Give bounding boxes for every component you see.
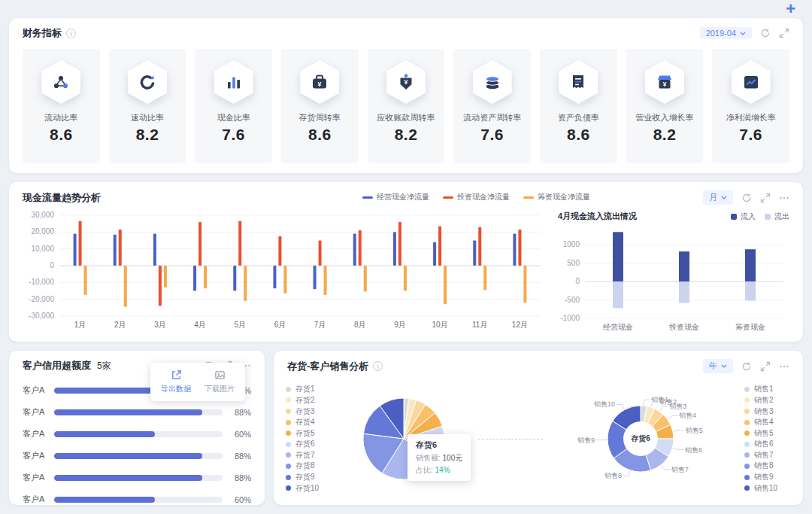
purse-yen-icon: ¥ (310, 73, 329, 91)
svg-text:销售9: 销售9 (577, 436, 595, 444)
legend-label: 存货5 (295, 428, 315, 439)
metric-card-9: 净利润增长率7.6 (712, 49, 789, 163)
inventory-sales-panel: 存货-客户销售分析 i 年 存货1存货2存货3存货4存货5存货6存货7存货8存货… (274, 351, 803, 505)
metric-label: 应收账款周转率 (377, 112, 435, 123)
legend-dot (286, 452, 291, 458)
legend-item-8[interactable]: 销售8 (744, 461, 791, 472)
svg-text:20,000: 20,000 (31, 227, 54, 236)
legend-item-5[interactable]: 销售5 (744, 427, 791, 439)
legend-item-5[interactable]: 存货5 (286, 427, 332, 439)
legend-item-1[interactable]: 存货1 (286, 384, 332, 395)
svg-text:-30,000: -30,000 (29, 312, 54, 320)
export-data-button[interactable]: 导出数据 (161, 370, 191, 394)
legend-item-2[interactable]: 存货2 (286, 395, 332, 406)
svg-text:9月: 9月 (394, 321, 406, 329)
legend-label: 销售3 (754, 406, 774, 417)
legend-item-6[interactable]: 销售6 (744, 439, 791, 450)
credit-row-6: 客户A60% (23, 494, 251, 505)
legend-item-9[interactable]: 存货9 (286, 472, 332, 483)
legend-dot (744, 475, 750, 480)
svg-text:12月: 12月 (512, 321, 528, 329)
metric-card-4: ¥存货周转率8.6 (281, 49, 359, 163)
legend-item-8[interactable]: 存货8 (286, 461, 332, 472)
legend-item-10[interactable]: 存货10 (286, 482, 332, 494)
svg-text:销售5: 销售5 (686, 427, 703, 434)
legend-item-1[interactable]: 经营现金净流量 (362, 192, 429, 202)
legend-item-7[interactable]: 存货7 (286, 450, 332, 461)
legend-item-1[interactable]: 流入 (731, 211, 756, 222)
legend-item-4[interactable]: 销售4 (744, 417, 791, 428)
credit-bar-fill (54, 497, 155, 503)
legend-label: 存货1 (295, 384, 315, 394)
tooltip-title: 存货6 (416, 439, 462, 451)
svg-text:-500: -500 (565, 296, 580, 304)
svg-text:10月: 10月 (432, 321, 448, 329)
expand-icon[interactable] (760, 193, 771, 203)
financial-panel-header: 财务指标 i 2019-04 (9, 18, 803, 44)
inventory-legend: 存货1存货2存货3存货4存货5存货6存货7存货8存货9存货10 (286, 384, 332, 494)
info-icon[interactable]: i (373, 361, 383, 371)
credit-bar-fill (54, 431, 155, 437)
more-icon[interactable] (779, 361, 789, 372)
metric-card-8: ¥营业收入增长率8.2 (626, 49, 704, 163)
metric-card-2: 速动比率8.2 (109, 49, 186, 163)
cashflow-panel-header: 现金流量趋势分析 经营现金净流量投资现金净流量筹资现金净流量 月 (9, 182, 803, 209)
refresh-icon[interactable] (741, 361, 752, 372)
metric-label: 资产负债率 (558, 112, 599, 123)
dashed-divider (478, 439, 543, 439)
legend-label: 存货8 (295, 461, 315, 471)
refresh-ring-icon (138, 73, 157, 91)
inout-stacked-bar-chart: 10005000-500-1000经营现金投资现金筹资现金 (556, 222, 789, 333)
metric-hexagon-badge (559, 60, 598, 104)
legend-item-2[interactable]: 流出 (765, 211, 789, 222)
svg-text:4月: 4月 (194, 321, 206, 329)
svg-text:¥: ¥ (318, 81, 322, 88)
legend-item-10[interactable]: 销售10 (744, 482, 791, 494)
legend-item-2[interactable]: 投资现金净流量 (443, 192, 510, 202)
legend-dot (286, 397, 291, 403)
metric-label: 营业收入增长率 (636, 112, 694, 123)
refresh-icon[interactable] (741, 193, 752, 203)
period-selector-month[interactable]: 月 (703, 190, 733, 205)
pie-tooltip: 存货6 销售额: 100元 占比: 14% (408, 434, 471, 481)
legend-item-1[interactable]: 销售1 (744, 384, 791, 395)
donut-center-label: 存货6 (630, 434, 650, 443)
legend-dot (286, 420, 291, 425)
download-image-button[interactable]: 下载图片 (205, 370, 235, 394)
svg-text:500: 500 (567, 259, 580, 267)
legend-item-2[interactable]: 销售2 (744, 395, 791, 406)
metric-label: 流动比率 (44, 112, 77, 123)
metric-value: 8.6 (567, 126, 590, 144)
legend-dot (286, 442, 291, 447)
svg-text:销售3: 销售3 (669, 403, 686, 410)
refresh-icon[interactable] (760, 28, 771, 38)
date-selector[interactable]: 2019-04 (700, 27, 752, 39)
more-icon[interactable] (779, 193, 789, 203)
legend-item-6[interactable]: 存货6 (286, 439, 332, 450)
legend-dot (286, 430, 291, 436)
credit-bar-fill (54, 475, 202, 481)
tooltip-ratio-value: 14% (435, 466, 450, 474)
legend-label: 投资现金净流量 (457, 192, 510, 202)
legend-item-3[interactable]: 销售3 (744, 406, 791, 417)
expand-icon[interactable] (760, 361, 771, 372)
legend-item-4[interactable]: 存货4 (286, 417, 332, 428)
metric-value: 7.6 (739, 126, 762, 144)
chevron-down-icon (721, 196, 727, 199)
inventory-pie-chart: 存货6 销售额: 100元 占比: 14% (332, 380, 475, 497)
legend-item-9[interactable]: 销售9 (744, 472, 791, 483)
inout-chart: 10005000-500-1000经营现金投资现金筹资现金 (556, 222, 791, 336)
expand-icon[interactable] (779, 28, 789, 38)
export-icon (171, 370, 182, 381)
sales-panel-body: 存货1存货2存货3存货4存货5存货6存货7存货8存货9存货10 存货6 销售额:… (274, 378, 803, 500)
add-panel-button[interactable]: + (786, 0, 795, 18)
credit-percent: 88% (223, 452, 251, 461)
period-selector-year[interactable]: 年 (703, 359, 733, 373)
legend-item-3[interactable]: 筹资现金净流量 (523, 192, 590, 202)
credit-percent: 60% (223, 495, 251, 504)
legend-item-7[interactable]: 销售7 (744, 450, 791, 461)
metric-card-6: 流动资产周转率7.6 (453, 49, 531, 163)
info-icon[interactable]: i (66, 29, 76, 38)
svg-text:-1000: -1000 (560, 314, 580, 322)
legend-item-3[interactable]: 存货3 (286, 406, 332, 417)
